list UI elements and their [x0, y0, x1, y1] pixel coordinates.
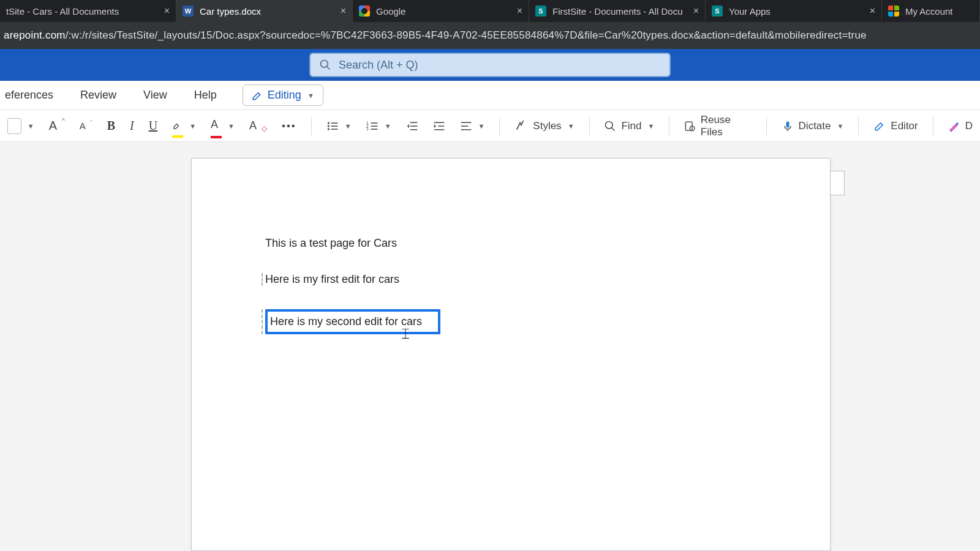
chevron-down-icon: ▼ [478, 122, 485, 130]
svg-point-0 [321, 61, 328, 68]
app-header: Search (Alt + Q) [0, 49, 980, 81]
close-icon[interactable]: × [870, 6, 875, 17]
numbering-button[interactable]: 123▼ [363, 118, 395, 135]
designer-button[interactable]: D [944, 118, 976, 135]
styles-button[interactable]: Styles▼ [511, 117, 578, 135]
search-icon [604, 120, 616, 132]
divider [499, 117, 500, 135]
tab-label: tSite - Cars - All Documents [6, 6, 158, 17]
divider [858, 117, 859, 135]
tab-label: Car types.docx [200, 6, 334, 17]
highlighter-icon [172, 119, 183, 130]
find-button[interactable]: Find▼ [600, 118, 658, 135]
url-text: arepoint.com/:w:/r/sites/TestSite/_layou… [4, 29, 867, 42]
decrease-indent-button[interactable] [402, 118, 422, 135]
reuse-icon [684, 120, 695, 132]
browser-tab[interactable]: W Car types.docx × [176, 0, 353, 22]
bold-button[interactable]: B [104, 116, 119, 135]
bullets-button[interactable]: ▼ [323, 118, 355, 135]
shrink-font-button[interactable]: Aˇ [76, 118, 96, 133]
highlight-button[interactable]: ▼ [168, 117, 200, 135]
chevron-down-icon: ▼ [837, 122, 844, 130]
dictate-button[interactable]: Dictate▼ [778, 118, 848, 135]
chevron-down-icon: ▼ [345, 122, 352, 130]
text-caret: ⌶ [402, 326, 409, 340]
increase-indent-button[interactable] [429, 118, 449, 135]
wand-icon [948, 120, 960, 132]
italic-button[interactable]: I [126, 116, 138, 135]
divider [311, 117, 312, 135]
clear-formatting-button[interactable]: A◇ [246, 117, 271, 135]
document-paragraph[interactable]: Here is my second edit for cars [270, 315, 422, 328]
browser-tab[interactable]: tSite - Cars - All Documents × [0, 0, 176, 22]
browser-tab[interactable]: My Account [882, 0, 980, 22]
google-icon [359, 6, 370, 17]
svg-line-1 [327, 67, 330, 70]
bullet-list-icon [326, 120, 339, 132]
close-icon[interactable]: × [693, 6, 699, 17]
svg-point-23 [606, 121, 613, 129]
microphone-icon [782, 120, 794, 132]
selection-highlight[interactable]: Here is my second edit for cars [265, 309, 440, 334]
chevron-down-icon: ▼ [568, 122, 575, 130]
number-list-icon: 123 [366, 120, 379, 132]
browser-tab[interactable]: Google × [353, 0, 529, 22]
address-bar[interactable]: arepoint.com/:w:/r/sites/TestSite/_layou… [0, 22, 980, 49]
close-icon[interactable]: × [341, 6, 346, 17]
pencil-icon [252, 90, 263, 101]
svg-line-24 [612, 127, 615, 130]
sharepoint-icon: S [712, 6, 723, 17]
tab-label: Your Apps [729, 6, 864, 17]
ribbon-tab-view[interactable]: View [138, 83, 172, 108]
divider [669, 117, 669, 135]
browser-tab[interactable]: S Your Apps × [706, 0, 882, 22]
svg-rect-27 [786, 121, 789, 127]
chevron-down-icon: ▼ [385, 122, 391, 130]
search-placeholder: Search (Alt + Q) [339, 59, 418, 72]
formatting-toolbar: ▼ A^ Aˇ B I U ▼ A▼ A◇ ••• ▼ 123▼ ▼ Style… [0, 110, 980, 142]
editing-label: Editing [268, 89, 301, 102]
document-page[interactable]: This is a test page for Cars Here is my … [191, 158, 831, 551]
document-paragraph[interactable]: Here is my first edit for cars [262, 273, 756, 286]
editor-button[interactable]: Editor [870, 118, 921, 135]
ribbon-tab-references[interactable]: eferences [0, 83, 58, 108]
chevron-down-icon: ▼ [307, 92, 314, 99]
ribbon-tab-help[interactable]: Help [189, 83, 222, 108]
sharepoint-icon: S [535, 6, 546, 17]
divider [589, 117, 590, 135]
reuse-files-button[interactable]: Reuse Files [680, 111, 755, 141]
browser-tab[interactable]: S FirstSite - Documents - All Docu × [529, 0, 706, 22]
browser-tab-strip: tSite - Cars - All Documents × W Car typ… [0, 0, 980, 22]
word-icon: W [183, 6, 194, 17]
divider [933, 117, 933, 135]
ribbon-tab-review[interactable]: Review [75, 83, 121, 108]
chevron-down-icon: ▼ [228, 122, 235, 130]
grow-font-button[interactable]: A^ [45, 116, 69, 135]
styles-icon [514, 119, 528, 133]
microsoft-icon [888, 6, 899, 17]
align-icon [460, 120, 472, 132]
chevron-down-icon: ▼ [189, 122, 196, 130]
document-canvas[interactable]: This is a test page for Cars Here is my … [0, 142, 980, 551]
comment-pane-toggle[interactable] [830, 171, 845, 195]
search-input[interactable]: Search (Alt + Q) [309, 53, 671, 77]
underline-button[interactable]: U [145, 116, 161, 135]
ribbon-tabs: eferences Review View Help Editing ▼ [0, 81, 980, 110]
tab-label: FirstSite - Documents - All Docu [552, 6, 687, 17]
svg-text:3: 3 [366, 126, 369, 130]
tab-label: Google [376, 6, 511, 17]
font-color-button[interactable]: A▼ [207, 116, 238, 136]
more-formatting-button[interactable]: ••• [278, 118, 300, 135]
chevron-down-icon: ▼ [28, 122, 34, 130]
svg-point-6 [327, 128, 329, 130]
editing-mode-button[interactable]: Editing ▼ [243, 84, 323, 106]
divider [766, 117, 767, 135]
close-icon[interactable]: × [517, 6, 522, 17]
align-button[interactable]: ▼ [456, 118, 489, 135]
svg-point-2 [327, 122, 329, 124]
font-size-dropdown[interactable]: ▼ [4, 116, 38, 137]
svg-point-4 [327, 125, 329, 127]
outdent-icon [406, 120, 418, 132]
document-paragraph[interactable]: This is a test page for Cars [265, 237, 756, 250]
close-icon[interactable]: × [164, 6, 170, 17]
